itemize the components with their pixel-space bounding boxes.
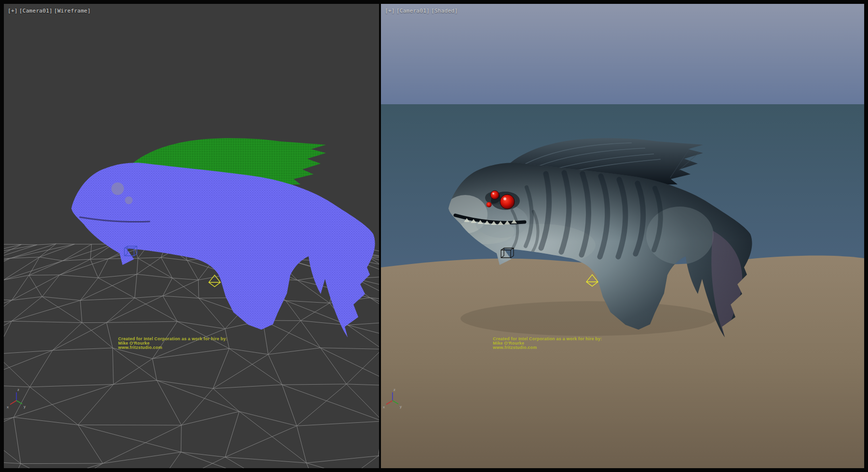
- fish-eye-small: [125, 196, 133, 204]
- axis-y-line: [16, 401, 22, 404]
- axis-y-label: y: [400, 404, 402, 409]
- viewport-menu-general[interactable]: [+]: [385, 8, 395, 14]
- scene-attribution-text: Created for Intel Corporation as a work …: [118, 337, 227, 350]
- attribution-line-3: www.fritzstudio.com: [118, 346, 227, 350]
- viewport-shaded[interactable]: [+][Camera01][Shaded]: [381, 4, 864, 468]
- red-eye-medium: [490, 191, 499, 199]
- fish-model-wireframe[interactable]: [71, 138, 375, 337]
- sky: [381, 4, 864, 104]
- viewport-menu-camera[interactable]: [Camera01]: [19, 8, 53, 14]
- scene-attribution-text: Created for Intel Corporation as a work …: [493, 337, 602, 350]
- viewport-menu-shading[interactable]: [Shaded]: [431, 8, 458, 14]
- axis-y-label: y: [24, 404, 26, 409]
- axis-x-label: x: [7, 405, 9, 409]
- attribution-line-3: www.fritzstudio.com: [493, 346, 602, 350]
- fish-contact-shadow: [461, 301, 716, 336]
- dual-viewport-stage: [+][Camera01][Wireframe]: [0, 0, 868, 472]
- world-axis-tripod: z x y: [7, 388, 26, 409]
- axis-z-label: z: [17, 388, 19, 392]
- axis-x-line: [10, 401, 16, 404]
- viewport-label-wireframe: [+][Camera01][Wireframe]: [8, 8, 92, 14]
- eye-highlight-2: [492, 193, 494, 194]
- fish-eye-large: [111, 182, 124, 195]
- red-eye-small: [487, 202, 492, 208]
- viewport-menu-shading[interactable]: [Wireframe]: [54, 8, 91, 14]
- eye-highlight: [503, 197, 506, 200]
- viewport-menu-camera[interactable]: [Camera01]: [396, 8, 430, 14]
- axis-z-label: z: [393, 388, 395, 392]
- red-eye-large: [500, 194, 515, 209]
- axis-x-label: x: [383, 405, 385, 409]
- viewport-menu-general[interactable]: [+]: [8, 8, 18, 14]
- viewport-label-shaded: [+][Camera01][Shaded]: [385, 8, 459, 14]
- viewport-wireframe[interactable]: [+][Camera01][Wireframe]: [4, 4, 379, 468]
- wireframe-scene-canvas[interactable]: z x y: [4, 4, 379, 468]
- shaded-scene-canvas[interactable]: z x y: [381, 4, 864, 468]
